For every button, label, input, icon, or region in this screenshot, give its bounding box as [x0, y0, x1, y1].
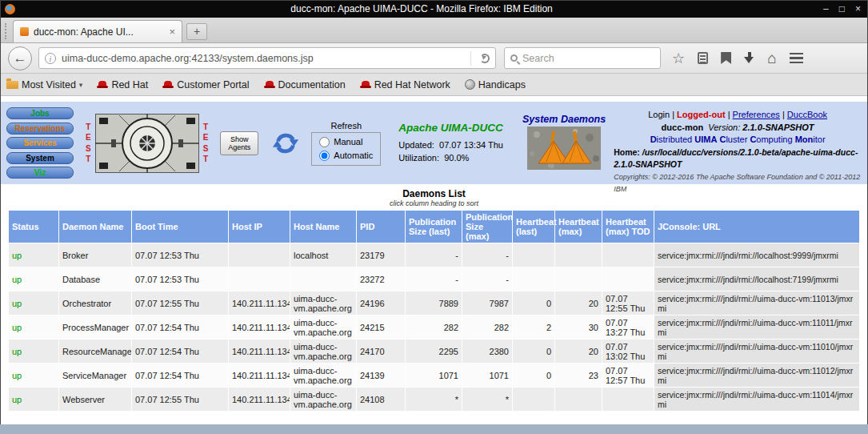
column-header-pid[interactable]: PID — [357, 211, 405, 243]
ducc-header: JobsReservationsServicesSystemViz TEST T… — [0, 102, 868, 184]
search-input[interactable] — [522, 53, 654, 64]
header-link-login[interactable]: Login — [648, 110, 670, 119]
column-header-jconsole-url[interactable]: JConsole: URL — [654, 211, 859, 243]
table-cell: ResourceManager — [59, 340, 131, 363]
column-header-publication-size-max-[interactable]: Publication Size (max) — [462, 211, 512, 243]
column-header-host-ip[interactable]: Host IP — [229, 211, 290, 243]
app-title: Apache UIMA-DUCC — [398, 122, 503, 135]
table-cell: service:jmx:rmi:///jndi/rmi://localhost:… — [654, 243, 859, 267]
column-header-daemon-name[interactable]: Daemon Name — [59, 211, 131, 243]
back-button[interactable]: ← — [8, 46, 32, 70]
bookmark-most-visited[interactable]: Most Visited▾ — [6, 79, 82, 90]
daemons-table: StatusDaemon NameBoot TimeHost IPHost Na… — [8, 210, 860, 412]
redhat-icon — [97, 81, 108, 89]
home-icon[interactable]: ⌂ — [767, 50, 776, 66]
column-header-boot-time[interactable]: Boot Time — [132, 211, 228, 243]
table-cell: 20 — [555, 291, 602, 315]
bookmarks-bar: Most Visited▾Red HatCustomer PortalDocum… — [0, 74, 868, 96]
table-cell: localhost — [290, 243, 356, 267]
minimize-button[interactable]: – — [823, 3, 829, 14]
search-bar[interactable] — [504, 47, 661, 69]
table-cell — [602, 267, 654, 291]
bookmark-documentation[interactable]: Documentation — [264, 79, 346, 90]
url-bar[interactable]: i — [38, 47, 496, 69]
column-header-status[interactable]: Status — [9, 211, 58, 243]
table-cell: 20 — [555, 340, 602, 363]
table-cell: up — [9, 243, 58, 267]
bookmark-red-hat[interactable]: Red Hat — [97, 79, 148, 90]
show-agents-button[interactable]: Show Agents — [220, 131, 258, 155]
maximize-button[interactable]: □ — [839, 3, 845, 14]
table-cell: uima-ducc-vm.apache.org — [290, 388, 356, 411]
refresh-arrows-icon[interactable] — [271, 130, 300, 157]
table-cell: 07.07 12:54 Thu — [132, 364, 228, 387]
table-cell: 0 — [513, 340, 554, 363]
bookmark-red-hat-network[interactable]: Red Hat Network — [360, 79, 450, 90]
url-input[interactable] — [62, 53, 465, 64]
column-header-heartbeat-max-tod[interactable]: Heartbeat (max) TOD — [602, 211, 654, 243]
menu-icon[interactable] — [790, 53, 803, 63]
nav-button-viz[interactable]: Viz — [6, 167, 74, 179]
bookmark-customer-portal[interactable]: Customer Portal — [162, 79, 249, 90]
table-cell — [513, 267, 554, 291]
bookmark-label: Most Visited — [22, 79, 76, 90]
table-cell: 23 — [555, 364, 602, 387]
table-cell: 07.07 12:54 Thu — [132, 340, 228, 363]
header-link-logged-out[interactable]: Logged-out — [677, 110, 725, 119]
reload-icon[interactable] — [480, 54, 490, 63]
table-cell — [555, 267, 602, 291]
redhat-icon — [162, 81, 174, 89]
table-cell — [513, 388, 554, 411]
column-header-host-name[interactable]: Host Name — [290, 211, 356, 243]
table-cell: Orchestrator — [59, 291, 131, 315]
table-cell — [555, 243, 602, 267]
column-header-heartbeat-max-[interactable]: Heartbeat (max) — [555, 211, 602, 243]
refresh-manual-radio[interactable] — [319, 137, 330, 147]
navigation-bar: ← i ☆ ⌂ — [0, 43, 868, 74]
table-cell: service:jmx:rmi:///jndi/rmi://uima-ducc-… — [654, 364, 859, 387]
table-cell — [229, 243, 290, 267]
table-row: upProcessManager07.07 12:54 Thu140.211.1… — [9, 315, 859, 339]
test-letters-right: TEST — [203, 122, 209, 165]
column-header-heartbeat-last-[interactable]: Heartbeat (last) — [513, 211, 554, 243]
version-line: ducc-mon Version: 2.1.0-SNAPSHOT — [662, 122, 814, 135]
urlbar-divider — [470, 51, 471, 66]
table-cell: - — [462, 243, 512, 267]
table-cell: uima-ducc-vm.apache.org — [290, 340, 356, 363]
download-icon[interactable] — [744, 52, 754, 64]
tab-close-icon[interactable]: × — [169, 26, 175, 38]
table-cell: - — [406, 243, 462, 267]
table-cell: 24139 — [357, 364, 405, 387]
table-cell — [602, 388, 654, 411]
header-link-duccbook[interactable]: DuccBook — [787, 110, 827, 119]
table-cell: 07.07 12:53 Thu — [132, 267, 228, 291]
close-button[interactable]: × — [855, 3, 861, 14]
tab-bar: ducc-mon: Apache UI... × + — [0, 18, 868, 43]
browser-tab[interactable]: ducc-mon: Apache UI... × — [13, 20, 182, 42]
table-cell: 07.07 13:27 Thu — [602, 315, 654, 339]
bookmark-label: Red Hat — [111, 79, 148, 90]
table-cell: up — [9, 340, 58, 363]
test-pattern-image — [95, 114, 199, 173]
nav-button-system[interactable]: System — [6, 152, 74, 164]
bookmark-handicaps[interactable]: Handicaps — [465, 79, 526, 90]
table-cell: 1071 — [462, 364, 512, 387]
new-tab-button[interactable]: + — [186, 23, 207, 40]
duck-feet-image — [527, 127, 601, 170]
nav-button-services[interactable]: Services — [6, 137, 74, 149]
header-link-preferences[interactable]: Preferences — [733, 110, 780, 119]
table-row: upOrchestrator07.07 12:55 Thu140.211.11.… — [9, 291, 859, 315]
column-header-publication-size-last-[interactable]: Publication Size (last) — [406, 211, 462, 243]
app-description: Distributed UIMA Cluster Computing Monit… — [650, 134, 826, 147]
refresh-automatic-radio[interactable] — [319, 151, 330, 161]
nav-button-reservations[interactable]: Reservations — [6, 123, 74, 135]
table-cell: up — [9, 315, 58, 339]
bookmark-flag-icon[interactable] — [721, 52, 731, 64]
bookmarks-list-icon[interactable] — [698, 52, 708, 64]
utilization-line: Utilization: 90.0% — [398, 151, 503, 164]
window-titlebar: ducc-mon: Apache UIMA-DUCC - Mozilla Fir… — [0, 0, 868, 18]
site-info-icon[interactable]: i — [45, 53, 56, 64]
test-letters-left: TEST — [86, 122, 91, 165]
nav-button-jobs[interactable]: Jobs — [6, 107, 74, 119]
bookmark-star-icon[interactable]: ☆ — [672, 51, 685, 66]
